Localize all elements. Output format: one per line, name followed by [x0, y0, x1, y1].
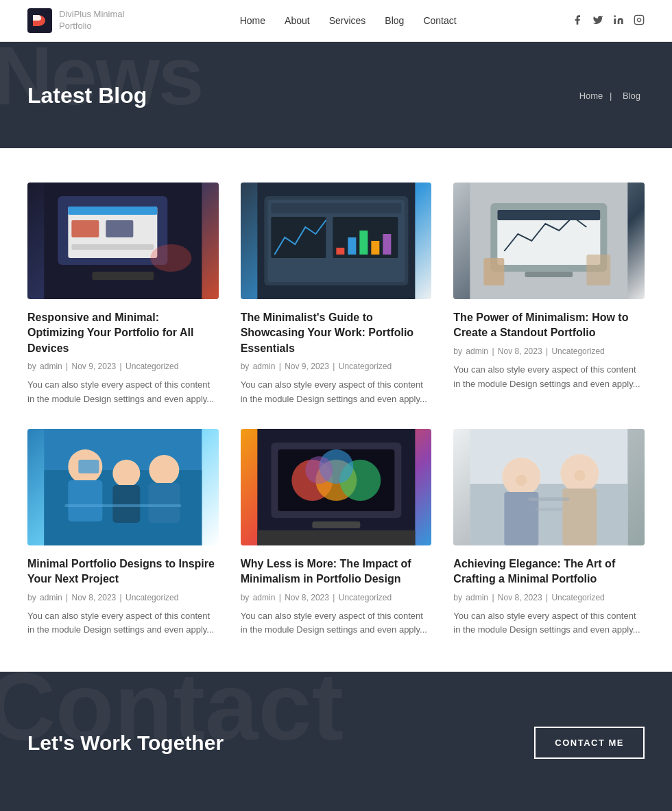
blog-title-5[interactable]: Why Less is More: The Impact of Minimali…	[241, 556, 432, 587]
blog-excerpt-6: You can also style every aspect of this …	[453, 609, 645, 638]
hero-section: News Latest Blog Home | Blog	[0, 42, 672, 148]
blog-meta-3: by admin | Nov 8, 2023 | Uncategorized	[453, 346, 645, 356]
svg-rect-56	[563, 489, 597, 545]
instagram-icon	[634, 14, 645, 25]
blog-card-4: Minimal Portfolio Designs to Inspire You…	[27, 429, 219, 637]
blog-image-svg-4	[27, 429, 219, 545]
svg-rect-29	[484, 258, 505, 285]
svg-rect-11	[92, 272, 154, 280]
svg-point-12	[150, 244, 191, 272]
blog-image-3[interactable]	[453, 183, 645, 299]
blog-excerpt-2: You can also style every aspect of this …	[241, 378, 432, 407]
svg-rect-34	[68, 480, 102, 521]
svg-rect-40	[78, 460, 99, 473]
blog-image-2[interactable]	[241, 183, 432, 299]
nav-blog[interactable]: Blog	[385, 15, 404, 26]
cta-content: Let's Work Together CONTACT ME	[27, 727, 645, 759]
nav-about[interactable]: About	[285, 15, 310, 26]
svg-point-37	[149, 455, 179, 485]
svg-rect-38	[148, 483, 180, 523]
blog-image-6[interactable]	[453, 429, 645, 545]
blog-image-svg-3	[453, 183, 645, 299]
svg-rect-8	[71, 220, 99, 237]
svg-rect-9	[106, 220, 133, 237]
twitter-link[interactable]	[592, 14, 603, 27]
blog-title-2[interactable]: The Minimalist's Guide to Showcasing You…	[241, 310, 432, 356]
blog-image-svg-1	[27, 183, 219, 299]
svg-point-60	[575, 470, 586, 481]
blog-image-svg-2	[241, 183, 432, 299]
svg-rect-20	[348, 237, 356, 255]
svg-rect-57	[529, 497, 570, 501]
svg-rect-27	[498, 210, 601, 220]
nav-home[interactable]: Home	[240, 15, 265, 26]
cta-section: Contact Let's Work Together CONTACT ME	[0, 672, 672, 811]
svg-point-59	[516, 475, 527, 486]
contact-me-button[interactable]: CONTACT ME	[534, 727, 645, 759]
blog-image-svg-6	[453, 429, 645, 545]
logo-text: DiviPlus Minimal Portfolio	[59, 9, 124, 32]
svg-rect-16	[271, 203, 401, 213]
linkedin-icon	[613, 14, 624, 25]
blog-card-1: Responsive and Minimal: Optimizing Your …	[27, 183, 219, 407]
blog-section: Responsive and Minimal: Optimizing Your …	[0, 148, 672, 672]
blog-meta-2: by admin | Nov 9, 2023 | Uncategorized	[241, 362, 432, 371]
blog-card-3: The Power of Minimalism: How to Create a…	[453, 183, 645, 407]
nav-services[interactable]: Services	[329, 15, 366, 26]
blog-card-2: The Minimalist's Guide to Showcasing You…	[241, 183, 432, 407]
instagram-link[interactable]	[634, 14, 645, 27]
svg-rect-10	[71, 244, 154, 250]
svg-rect-50	[257, 530, 415, 545]
svg-point-35	[112, 460, 140, 487]
breadcrumb: Home | Blog	[579, 90, 645, 100]
linkedin-link[interactable]	[613, 14, 624, 27]
hero-bg-text: News	[0, 42, 202, 123]
svg-rect-21	[359, 231, 368, 255]
nav-contact[interactable]: Contact	[423, 15, 456, 26]
logo[interactable]: DiviPlus Minimal Portfolio	[27, 8, 124, 33]
blog-meta-1: by admin | Nov 9, 2023 | Uncategorized	[27, 362, 219, 371]
blog-excerpt-5: You can also style every aspect of this …	[241, 609, 432, 638]
blog-excerpt-4: You can also style every aspect of this …	[27, 609, 219, 638]
cta-title: Let's Work Together	[27, 731, 224, 755]
blog-title-1[interactable]: Responsive and Minimal: Optimizing Your …	[27, 310, 219, 356]
blog-meta-4: by admin | Nov 8, 2023 | Uncategorized	[27, 593, 219, 602]
blog-title-4[interactable]: Minimal Portfolio Designs to Inspire You…	[27, 556, 219, 587]
blog-card-6: Achieving Elegance: The Art of Crafting …	[453, 429, 645, 637]
facebook-link[interactable]	[572, 14, 583, 27]
blog-image-5[interactable]	[241, 429, 432, 545]
blog-title-3[interactable]: The Power of Minimalism: How to Create a…	[453, 310, 645, 341]
site-header: DiviPlus Minimal Portfolio Home About Se…	[0, 0, 672, 42]
svg-rect-28	[525, 272, 573, 277]
logo-icon	[27, 8, 52, 33]
svg-point-1	[614, 15, 616, 17]
svg-rect-52	[470, 484, 628, 545]
facebook-icon	[572, 14, 583, 25]
twitter-icon	[592, 14, 603, 25]
breadcrumb-home[interactable]: Home	[579, 90, 603, 100]
blog-grid: Responsive and Minimal: Optimizing Your …	[27, 183, 645, 637]
blog-excerpt-1: You can also style every aspect of this …	[27, 378, 219, 407]
svg-rect-19	[336, 248, 344, 255]
svg-rect-36	[112, 485, 140, 523]
blog-image-4[interactable]	[27, 429, 219, 545]
svg-rect-22	[371, 241, 379, 255]
breadcrumb-current: Blog	[623, 90, 640, 100]
svg-rect-49	[312, 521, 360, 528]
main-nav: Home About Services Blog Contact	[240, 15, 457, 26]
blog-card-5: Why Less is More: The Impact of Minimali…	[241, 429, 432, 637]
blog-meta-5: by admin | Nov 8, 2023 | Uncategorized	[241, 593, 432, 602]
svg-rect-39	[64, 504, 181, 507]
page-title: Latest Blog	[27, 83, 645, 108]
svg-rect-7	[68, 207, 157, 215]
blog-title-6[interactable]: Achieving Elegance: The Art of Crafting …	[453, 556, 645, 587]
blog-image-svg-5	[241, 429, 432, 545]
blog-image-1[interactable]	[27, 183, 219, 299]
svg-rect-58	[536, 508, 563, 511]
svg-rect-23	[383, 234, 391, 255]
blog-meta-6: by admin | Nov 8, 2023 | Uncategorized	[453, 593, 645, 602]
blog-excerpt-3: You can also style every aspect of this …	[453, 363, 645, 392]
social-links	[572, 14, 645, 27]
svg-point-48	[305, 456, 333, 484]
svg-rect-30	[587, 255, 611, 285]
